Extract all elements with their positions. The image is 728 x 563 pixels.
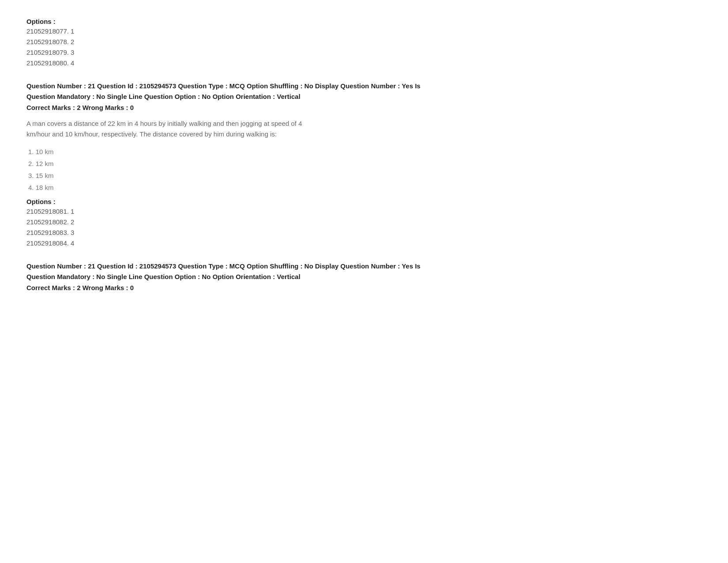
options-label-1: Options : — [26, 18, 702, 25]
marks-line-3: Correct Marks : 2 Wrong Marks : 0 — [26, 284, 702, 291]
options-label-2: Options : — [26, 198, 702, 205]
question-meta-3: Question Number : 21 Question Id : 21052… — [26, 261, 702, 282]
marks-line-2: Correct Marks : 2 Wrong Marks : 0 — [26, 104, 702, 111]
option-item-1: 21052918077. 1 — [26, 26, 702, 37]
question-text-line1: A man covers a distance of 22 km in 4 ho… — [26, 120, 302, 127]
answer-option-3: 3. 15 km — [28, 170, 702, 181]
answer-option-4: 4. 18 km — [28, 181, 702, 193]
option-item-8: 21052918084. 4 — [26, 238, 702, 249]
question-meta-2: Question Number : 21 Question Id : 21052… — [26, 81, 702, 102]
answer-option-2: 2. 12 km — [28, 158, 702, 170]
section-2: Question Number : 21 Question Id : 21052… — [26, 81, 702, 249]
question-meta-line1-2: Question Number : 21 Question Id : 21052… — [26, 82, 420, 90]
question-meta-line2-3: Question Mandatory : No Single Line Ques… — [26, 273, 300, 280]
question-text-line2: km/hour and 10 km/hour, respectively. Th… — [26, 130, 277, 138]
option-item-7: 21052918083. 3 — [26, 227, 702, 238]
question-meta-line2-2: Question Mandatory : No Single Line Ques… — [26, 93, 300, 100]
section-3: Question Number : 21 Question Id : 21052… — [26, 261, 702, 291]
section-1: Options : 21052918077. 1 21052918078. 2 … — [26, 18, 702, 68]
question-meta-line1-3: Question Number : 21 Question Id : 21052… — [26, 262, 420, 270]
option-item-3: 21052918079. 3 — [26, 47, 702, 58]
option-item-2: 21052918078. 2 — [26, 37, 702, 47]
option-item-4: 21052918080. 4 — [26, 58, 702, 68]
option-item-5: 21052918081. 1 — [26, 206, 702, 217]
option-item-6: 21052918082. 2 — [26, 217, 702, 227]
question-text-2: A man covers a distance of 22 km in 4 ho… — [26, 118, 424, 140]
answer-option-1: 1. 10 km — [28, 146, 702, 158]
